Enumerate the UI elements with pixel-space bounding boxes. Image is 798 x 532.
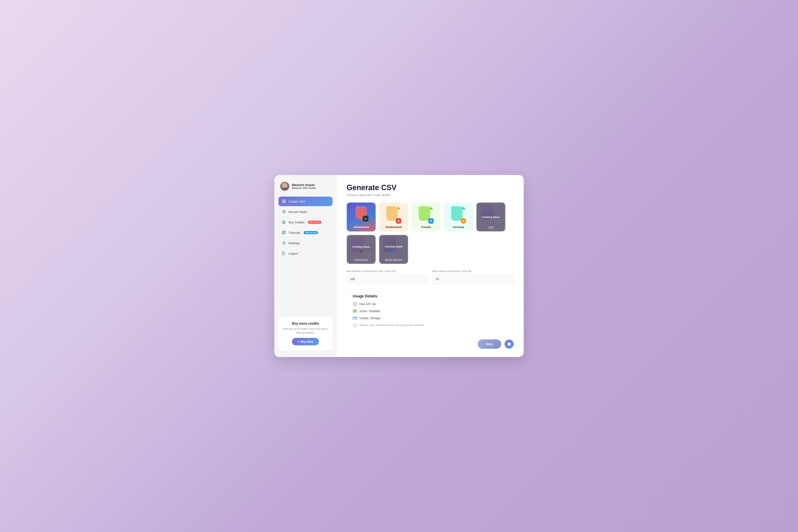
vecteezy-badge [461, 218, 466, 224]
title-chars-label: Max Number of characters in title: (max … [347, 270, 428, 273]
sidebar-item-label: Recent Tasks [288, 210, 307, 214]
coming-soon-text: Coming Soon [482, 215, 500, 218]
form-row: Max Number of characters in title: (max … [347, 270, 514, 284]
coming-soon-text-motion: Coming Soon [385, 245, 402, 248]
adobe-st-badge: St [363, 216, 368, 222]
page-subtitle: Choose a generator to get started [347, 193, 514, 196]
recent-tasks-icon [282, 210, 286, 214]
title-chars-input[interactable] [347, 274, 428, 284]
usage-item-credits: Credits: 5/image [353, 316, 508, 320]
main-content: Generate CSV Choose a generator to get s… [337, 175, 524, 357]
sidebar-item-logout[interactable]: Logout [279, 249, 332, 258]
usage-note-item: i Without vision, filename will be used … [353, 323, 508, 327]
svg-point-4 [283, 243, 285, 244]
credits-icon [353, 316, 357, 320]
generator-name-vecteezy: Vecteezy [453, 226, 464, 229]
sidebar-item-label: Tutorials [288, 231, 300, 234]
plus-icon: + [298, 340, 300, 343]
sidebar-item-buy-credits[interactable]: Buy Credits Discounts [279, 217, 332, 227]
user-balance: Balance: 330 credits [292, 187, 316, 190]
sidebar-item-label: Logout [288, 252, 298, 255]
generator-card-shutterstock[interactable]: Shutterstock [379, 203, 408, 231]
sidebar-item-label: Buy Credits [288, 221, 305, 224]
discount-badge: Discounts [308, 221, 321, 224]
usage-section: Usage Details ⊖ Own API: No Vision: Disa… [347, 289, 514, 333]
keywords-group: Max number of keywords: (max 50) [432, 270, 514, 284]
generator-name-freepik: Freepik [421, 226, 431, 229]
sidebar-item-label: Create CSV [288, 200, 305, 203]
usage-item-vision: Vision: Disabled [353, 309, 508, 314]
generator-card-123rf: Coming Soon 123rf [476, 203, 506, 231]
avatar [280, 182, 289, 191]
generator-grid: St AdobeStock [347, 203, 514, 264]
bottom-bar: Next [347, 339, 514, 349]
sidebar-nav: Create CSV Recent Tasks [279, 196, 332, 259]
howto-badge: How to use [304, 231, 318, 234]
app-container: Waseem Anjum Balance: 330 credits Create… [274, 175, 524, 357]
generator-card-motion-element: Coming Soon 🌀 Motion Element [379, 235, 408, 264]
settings-icon [282, 241, 286, 245]
generator-card-adobestock[interactable]: St AdobeStock [347, 203, 376, 231]
svg-point-7 [431, 220, 432, 221]
user-profile: Waseem Anjum Balance: 330 credits [279, 182, 332, 191]
api-label: Own API: No [359, 302, 376, 306]
buy-credits-card-title: Buy more credits [283, 322, 328, 325]
chat-button[interactable] [505, 340, 514, 349]
create-csv-icon [282, 199, 286, 204]
credits-label: Credits: 5/image [359, 317, 380, 320]
title-chars-group: Max Number of characters in title: (max … [347, 270, 428, 284]
sidebar: Waseem Anjum Balance: 330 credits Create… [274, 175, 337, 357]
sidebar-item-recent-tasks[interactable]: Recent Tasks [279, 207, 332, 216]
buy-credits-card-desc: Running out of credits? Buy more now to … [283, 327, 328, 335]
svg-point-5 [398, 220, 399, 222]
usage-title: Usage Details [353, 294, 508, 299]
shutterstock-badge [396, 218, 401, 224]
tutorials-icon [282, 230, 286, 235]
generator-name-motion-element: Motion Element [385, 259, 402, 262]
usage-item-api: ⊖ Own API: No [353, 302, 508, 306]
sidebar-item-create-csv[interactable]: Create CSV [279, 196, 332, 206]
sidebar-item-settings[interactable]: Settings [279, 238, 332, 248]
next-button[interactable]: Next [478, 339, 501, 349]
logout-icon [282, 251, 286, 255]
vision-icon [353, 309, 357, 314]
api-icon: ⊖ [353, 302, 357, 306]
keywords-label: Max number of keywords: (max 50) [432, 270, 514, 273]
user-info: Waseem Anjum Balance: 330 credits [292, 183, 316, 190]
user-name: Waseem Anjum [292, 183, 316, 187]
coming-soon-text-dreamstime: Coming Soon [353, 245, 370, 248]
usage-note: Without vision, filename will be used to… [359, 324, 424, 327]
generator-name-shutterstock: Shutterstock [385, 226, 402, 229]
vision-label: Vision: Disabled [359, 309, 380, 313]
generator-name-123rf: 123rf [488, 226, 494, 229]
generator-card-vecteezy[interactable]: Vecteezy [444, 203, 473, 231]
buy-credits-icon [282, 220, 286, 224]
info-icon: i [353, 323, 357, 327]
freepik-badge [428, 218, 434, 224]
generator-name-dreamstime: Dreamstime [355, 259, 368, 262]
generator-card-freepik[interactable]: Freepik [412, 203, 440, 231]
sidebar-item-label: Settings [288, 241, 300, 245]
sidebar-item-tutorials[interactable]: Tutorials How to use [279, 228, 332, 237]
buy-now-button[interactable]: + Buy Now [292, 338, 319, 345]
generator-name-adobestock: AdobeStock [353, 226, 369, 229]
generator-card-dreamstime: Coming Soon ⊙ Dreamstime [347, 235, 376, 264]
buy-credits-card: Buy more credits Running out of credits?… [279, 317, 332, 350]
page-title: Generate CSV [347, 183, 514, 192]
svg-rect-8 [431, 221, 432, 222]
keywords-input[interactable] [432, 274, 514, 284]
svg-point-9 [462, 220, 464, 222]
